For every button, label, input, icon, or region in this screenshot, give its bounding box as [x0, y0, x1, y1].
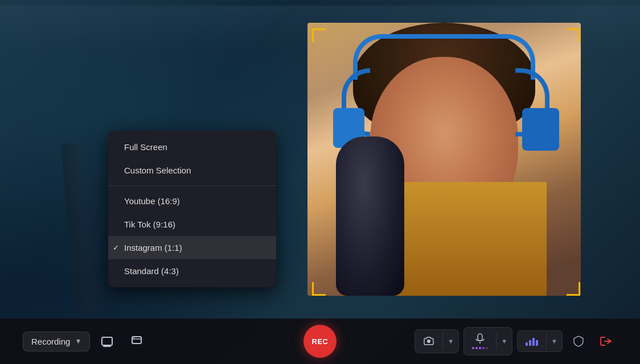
signal-bar-1: [526, 342, 528, 346]
svg-point-2: [133, 338, 134, 339]
shield-button[interactable]: [567, 330, 590, 353]
toolbar-center: REC: [303, 325, 337, 358]
capture-mode-dropdown: Full Screen Custom Selection Youtube (16…: [108, 131, 276, 287]
menu-item-full-screen[interactable]: Full Screen: [108, 135, 276, 159]
svg-point-3: [427, 340, 430, 343]
camera-chevron[interactable]: ▼: [443, 332, 458, 350]
ear-cup-right: [522, 108, 559, 151]
signal-bar-2: [529, 340, 531, 346]
mic-foreground: [336, 136, 404, 296]
camera-control-group: ▼: [415, 329, 459, 353]
screen-capture-button[interactable]: [97, 331, 117, 351]
menu-item-instagram[interactable]: ✓ Instagram (1:1): [108, 236, 276, 259]
shield-icon: [572, 335, 585, 348]
mic-level-dots: [472, 347, 488, 349]
menu-item-youtube[interactable]: Youtube (16:9): [108, 189, 276, 213]
menu-item-tiktok-label: Tik Tok (9:16): [124, 220, 175, 229]
mic-dot-1: [472, 347, 474, 349]
toolbar-icons: [97, 331, 147, 351]
signal-bar-4: [536, 340, 538, 346]
recording-dropdown[interactable]: Recording ▼: [23, 332, 90, 351]
menu-item-full-screen-label: Full Screen: [124, 142, 167, 152]
toolbar-right: ▼ ▼: [415, 327, 617, 355]
menu-item-standard-label: Standard (4:3): [124, 266, 179, 276]
frame-corner-tl: [312, 28, 326, 42]
audio-level-control-group: ▼: [517, 330, 563, 352]
frame-corner-tr: [567, 28, 580, 42]
frame-corner-bl: [312, 282, 326, 296]
exit-button[interactable]: [594, 330, 617, 353]
mic-dot-4: [482, 347, 485, 349]
menu-item-standard[interactable]: Standard (4:3): [108, 259, 276, 283]
mic-button[interactable]: [464, 328, 496, 355]
window-capture-button[interactable]: [126, 331, 147, 351]
check-icon: ✓: [113, 243, 119, 252]
mic-dot-3: [479, 347, 481, 349]
toolbar: Recording ▼ REC: [0, 318, 640, 364]
rec-button[interactable]: REC: [303, 325, 337, 358]
menu-item-youtube-label: Youtube (16:9): [124, 196, 180, 206]
recording-label: Recording: [31, 337, 70, 346]
camera-icon: [423, 336, 434, 347]
mic-control-group: ▼: [463, 327, 512, 355]
svg-rect-4: [478, 334, 482, 341]
menu-item-custom-selection[interactable]: Custom Selection: [108, 159, 276, 182]
camera-button[interactable]: [415, 330, 442, 353]
mic-chevron[interactable]: ▼: [497, 332, 512, 350]
menu-item-custom-selection-label: Custom Selection: [124, 166, 191, 175]
window-capture-icon: [130, 335, 143, 348]
person: [307, 23, 581, 296]
screen-capture-icon: [101, 335, 113, 348]
frame-corner-br: [567, 282, 580, 296]
mic-dot-5: [486, 347, 488, 349]
menu-divider: [108, 185, 276, 186]
audio-chevron[interactable]: ▼: [547, 332, 562, 350]
signal-bar-3: [532, 338, 535, 346]
mic-dot-2: [475, 347, 478, 349]
rec-label: REC: [312, 337, 329, 346]
mic-icon: [475, 333, 485, 345]
signal-bars: [526, 337, 538, 346]
toolbar-left: Recording ▼: [23, 331, 147, 351]
svg-rect-0: [102, 337, 112, 345]
chevron-down-icon: ▼: [75, 337, 81, 345]
audio-level-button[interactable]: [518, 331, 546, 351]
camera-preview: [307, 23, 581, 296]
exit-icon: [600, 335, 612, 348]
menu-item-tiktok[interactable]: Tik Tok (9:16): [108, 213, 276, 236]
menu-item-instagram-label: Instagram (1:1): [124, 243, 182, 253]
